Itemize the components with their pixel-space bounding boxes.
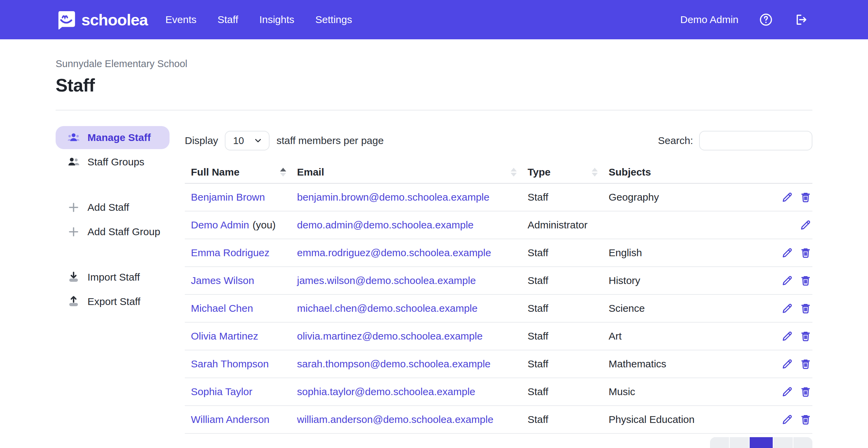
staff-email-link[interactable]: benjamin.brown@demo.schoolea.example bbox=[297, 191, 489, 203]
help-circle-icon[interactable] bbox=[759, 13, 773, 27]
pagination-page-active[interactable] bbox=[750, 437, 774, 448]
sidebar-item-add-staff[interactable]: Add Staff bbox=[56, 196, 170, 219]
sidebar-spacer bbox=[56, 245, 170, 266]
staff-name-link[interactable]: William Anderson bbox=[191, 414, 270, 425]
cell-type: Staff bbox=[521, 386, 603, 398]
people-group-icon bbox=[67, 131, 80, 144]
user-menu[interactable]: Demo Admin bbox=[680, 14, 738, 25]
edit-icon[interactable] bbox=[781, 302, 793, 314]
table-body: Benjamin Brown benjamin.brown@demo.schoo… bbox=[185, 184, 812, 434]
cell-full-name: Sarah Thompson bbox=[185, 358, 291, 370]
staff-name-link[interactable]: Olivia Martinez bbox=[191, 330, 258, 342]
cell-actions bbox=[768, 330, 812, 342]
delete-icon[interactable] bbox=[800, 191, 812, 203]
table-row: Sophia Taylor sophia.taylor@demo.schoole… bbox=[185, 378, 812, 406]
nav-link-events[interactable]: Events bbox=[165, 14, 197, 25]
nav-link-insights[interactable]: Insights bbox=[259, 14, 294, 25]
import-icon bbox=[67, 271, 80, 284]
cell-full-name: Michael Chen bbox=[185, 303, 291, 314]
staff-name-link[interactable]: James Wilson bbox=[191, 275, 254, 286]
cell-actions bbox=[768, 219, 812, 231]
table-row: Benjamin Brown benjamin.brown@demo.schoo… bbox=[185, 184, 812, 211]
staff-email-link[interactable]: demo.admin@demo.schoolea.example bbox=[297, 219, 474, 230]
staff-email-link[interactable]: sophia.taylor@demo.schoolea.example bbox=[297, 386, 475, 397]
table-row: Sarah Thompson sarah.thompson@demo.schoo… bbox=[185, 350, 812, 378]
sidebar-item-export-staff[interactable]: Export Staff bbox=[56, 290, 170, 313]
staff-name-link[interactable]: Sophia Taylor bbox=[191, 386, 252, 397]
schoolea-logo-icon bbox=[56, 9, 77, 30]
staff-name-link[interactable]: Demo Admin bbox=[191, 219, 249, 230]
sidebar-item-import-staff[interactable]: Import Staff bbox=[56, 266, 170, 289]
column-label: Subjects bbox=[609, 166, 651, 178]
cell-actions bbox=[768, 274, 812, 287]
cell-actions bbox=[768, 358, 812, 370]
column-label: Type bbox=[528, 166, 551, 178]
page-main: Sunnydale Elementary School Staff Manage… bbox=[0, 58, 868, 448]
staff-name-link[interactable]: Emma Rodriguez bbox=[191, 247, 270, 258]
table-row: William Anderson william.anderson@demo.s… bbox=[185, 406, 812, 434]
delete-icon[interactable] bbox=[800, 386, 812, 398]
cell-type: Staff bbox=[521, 358, 603, 370]
cell-full-name: Sophia Taylor bbox=[185, 386, 291, 398]
staff-name-link[interactable]: Benjamin Brown bbox=[191, 191, 265, 203]
school-name: Sunnydale Elementary School bbox=[56, 58, 812, 69]
nav-link-staff[interactable]: Staff bbox=[217, 14, 238, 25]
column-label: Full Name bbox=[191, 166, 239, 178]
pagination-segment[interactable] bbox=[730, 437, 749, 448]
edit-icon[interactable] bbox=[781, 358, 793, 370]
column-label: Email bbox=[297, 166, 324, 178]
delete-icon[interactable] bbox=[800, 302, 812, 314]
column-header-full-name[interactable]: Full Name bbox=[185, 166, 291, 178]
pagination-segment[interactable] bbox=[793, 437, 812, 448]
nav-link-settings[interactable]: Settings bbox=[315, 14, 352, 25]
delete-icon[interactable] bbox=[800, 330, 812, 342]
sidebar-item-manage-staff[interactable]: Manage Staff bbox=[56, 126, 170, 149]
edit-icon[interactable] bbox=[781, 386, 793, 398]
delete-icon[interactable] bbox=[800, 358, 812, 370]
staff-email-link[interactable]: emma.rodriguez@demo.schoolea.example bbox=[297, 247, 491, 258]
column-header-subjects: Subjects bbox=[603, 166, 768, 178]
edit-icon[interactable] bbox=[781, 247, 793, 259]
cell-email: james.wilson@demo.schoolea.example bbox=[291, 275, 521, 286]
pagination-segment[interactable] bbox=[773, 437, 793, 448]
cell-subjects: English bbox=[603, 247, 768, 259]
edit-icon[interactable] bbox=[781, 330, 793, 342]
brand-logo-link[interactable]: schoolea bbox=[56, 9, 148, 30]
sidebar-item-add-staff-group[interactable]: Add Staff Group bbox=[56, 220, 170, 243]
staff-email-link[interactable]: james.wilson@demo.schoolea.example bbox=[297, 275, 476, 286]
delete-icon[interactable] bbox=[800, 413, 812, 426]
page-size-value: 10 bbox=[233, 135, 244, 146]
edit-icon[interactable] bbox=[781, 191, 793, 203]
cell-email: emma.rodriguez@demo.schoolea.example bbox=[291, 247, 521, 259]
staff-email-link[interactable]: sarah.thompson@demo.schoolea.example bbox=[297, 358, 491, 369]
pagination-segment[interactable] bbox=[710, 437, 730, 448]
delete-icon[interactable] bbox=[800, 247, 812, 259]
column-header-email[interactable]: Email bbox=[291, 166, 521, 178]
column-header-type[interactable]: Type bbox=[521, 166, 603, 178]
logout-icon[interactable] bbox=[793, 13, 808, 27]
edit-icon[interactable] bbox=[781, 413, 793, 426]
delete-icon[interactable] bbox=[800, 274, 812, 287]
cell-type: Administrator bbox=[521, 219, 603, 231]
pagination bbox=[710, 437, 812, 448]
staff-email-link[interactable]: michael.chen@demo.schoolea.example bbox=[297, 303, 477, 314]
cell-full-name: James Wilson bbox=[185, 275, 291, 286]
cell-type: Staff bbox=[521, 247, 603, 259]
plus-icon bbox=[67, 201, 80, 214]
sidebar-item-staff-groups[interactable]: Staff Groups bbox=[56, 150, 170, 174]
cell-subjects: Mathematics bbox=[603, 358, 768, 370]
page-size-select[interactable]: 10 bbox=[225, 131, 270, 150]
edit-icon[interactable] bbox=[800, 219, 812, 231]
staff-email-link[interactable]: olivia.martinez@demo.schoolea.example bbox=[297, 330, 482, 342]
search-input[interactable] bbox=[699, 131, 812, 150]
staff-name-link[interactable]: Michael Chen bbox=[191, 303, 253, 314]
main-nav: Events Staff Insights Settings bbox=[165, 14, 352, 25]
edit-icon[interactable] bbox=[781, 274, 793, 287]
chevron-down-icon bbox=[253, 136, 263, 145]
staff-email-link[interactable]: william.anderson@demo.schoolea.example bbox=[297, 414, 493, 425]
brand-name: schoolea bbox=[81, 11, 148, 29]
cell-type: Staff bbox=[521, 414, 603, 425]
staff-name-link[interactable]: Sarah Thompson bbox=[191, 358, 269, 369]
cell-actions bbox=[768, 413, 812, 426]
cell-email: benjamin.brown@demo.schoolea.example bbox=[291, 191, 521, 203]
